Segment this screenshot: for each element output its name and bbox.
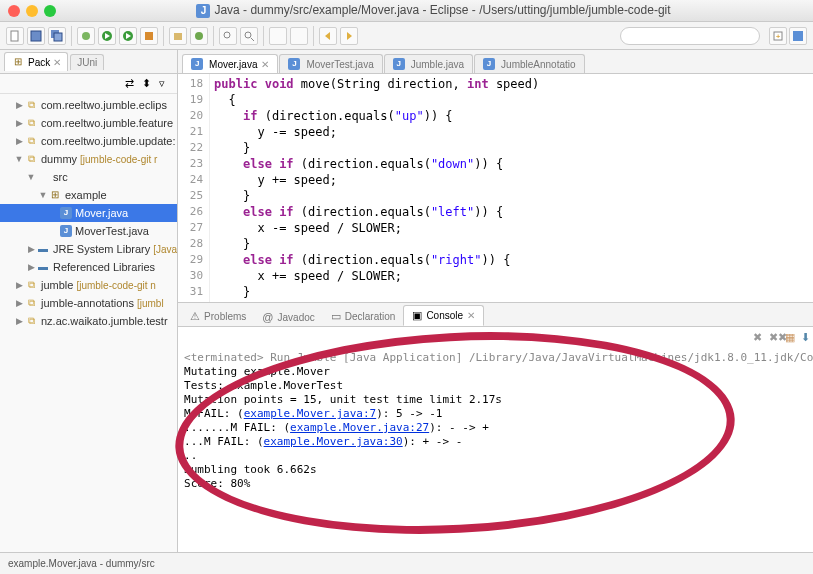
console-link[interactable]: example.Mover.java:27: [290, 421, 429, 434]
svg-point-4: [82, 32, 90, 40]
tab-label: JumbleAnnotatio: [501, 59, 576, 70]
editor-tab[interactable]: JJumbleAnnotatio: [474, 54, 585, 73]
link-editor-icon[interactable]: ⬍: [142, 77, 156, 91]
tree-item[interactable]: ▶⧉com.reeltwo.jumble.eclips: [0, 96, 177, 114]
disclosure-icon[interactable]: ▶: [14, 280, 24, 290]
close-icon[interactable]: ✕: [53, 57, 61, 68]
tab-label: MoverTest.java: [306, 59, 373, 70]
disclosure-icon[interactable]: ▶: [26, 244, 36, 254]
run-btn[interactable]: [98, 27, 116, 45]
forward-btn[interactable]: [340, 27, 358, 45]
code-body[interactable]: public void move(String direction, int s…: [210, 74, 813, 302]
new-btn[interactable]: [6, 27, 24, 45]
toggle-btn[interactable]: [290, 27, 308, 45]
tree-item[interactable]: ▼⊞example: [0, 186, 177, 204]
tree-label: MoverTest.java: [75, 225, 149, 237]
disclosure-icon[interactable]: ▶: [14, 118, 24, 128]
disclosure-icon[interactable]: ▶: [14, 136, 24, 146]
tree-item[interactable]: ▶⧉jumble-annotations[jumbl: [0, 294, 177, 312]
remove-launch-icon[interactable]: ✖✖: [769, 331, 783, 345]
save-btn[interactable]: [27, 27, 45, 45]
tree-label: com.reeltwo.jumble.feature: [41, 117, 173, 129]
tree-item[interactable]: ▶⧉com.reeltwo.jumble.feature: [0, 114, 177, 132]
tree-item[interactable]: ▶▬Referenced Libraries: [0, 258, 177, 276]
minimize-window-btn[interactable]: [26, 5, 38, 17]
remove-all-icon[interactable]: ▦: [785, 331, 799, 345]
new-class-btn[interactable]: [190, 27, 208, 45]
status-text: example.Mover.java - dummy/src: [8, 558, 155, 569]
tree-item[interactable]: ▼src: [0, 168, 177, 186]
terminate-icon[interactable]: ✖: [753, 331, 767, 345]
svg-point-12: [224, 32, 230, 38]
package-explorer-tab[interactable]: ⊞Pack✕: [4, 52, 68, 71]
tree-item[interactable]: JMover.java: [0, 204, 177, 222]
close-icon[interactable]: ✕: [467, 310, 475, 321]
view-menu-icon[interactable]: ▿: [159, 77, 173, 91]
close-icon[interactable]: ✕: [261, 59, 269, 70]
view-tab-javadoc[interactable]: @Javadoc: [254, 308, 322, 326]
tree-item[interactable]: ▶⧉jumble[jumble-code-git n: [0, 276, 177, 294]
run-last-btn[interactable]: [119, 27, 137, 45]
console-link[interactable]: example.Mover.java:30: [264, 435, 403, 448]
quick-access-input[interactable]: [620, 27, 760, 45]
collapse-all-icon[interactable]: ⇄: [125, 77, 139, 91]
project-icon: ⧉: [24, 116, 38, 130]
view-tab-problems[interactable]: ⚠Problems: [182, 307, 254, 326]
close-window-btn[interactable]: [8, 5, 20, 17]
project-icon: ⧉: [24, 278, 38, 292]
package-explorer: ⊞Pack✕ JUni ⇄ ⬍ ▿ ▶⧉com.reeltwo.jumble.e…: [0, 50, 178, 552]
disclosure-icon[interactable]: ▼: [14, 154, 24, 164]
editor-tab[interactable]: JMover.java✕: [182, 54, 278, 73]
editor-tab[interactable]: JMoverTest.java: [279, 54, 382, 73]
bottom-view-tabs: ⚠Problems@Javadoc▭Declaration▣Console ✕ …: [178, 303, 813, 327]
project-icon: ⧉: [24, 314, 38, 328]
project-icon: ⧉: [24, 98, 38, 112]
tree-item[interactable]: ▼⧉dummy[jumble-code-git r: [0, 150, 177, 168]
svg-rect-19: [793, 31, 803, 41]
scroll-lock-icon[interactable]: ⬇: [801, 331, 813, 345]
java-file-icon: J: [483, 58, 495, 70]
zoom-window-btn[interactable]: [44, 5, 56, 17]
tree-item[interactable]: JMoverTest.java: [0, 222, 177, 240]
java-perspective-btn[interactable]: [789, 27, 807, 45]
disclosure-icon[interactable]: ▶: [14, 298, 24, 308]
svg-rect-3: [54, 33, 62, 41]
search-btn[interactable]: [240, 27, 258, 45]
outline-btn[interactable]: [269, 27, 287, 45]
debug-btn[interactable]: [77, 27, 95, 45]
tree-label: dummy: [41, 153, 77, 165]
save-all-btn[interactable]: [48, 27, 66, 45]
svg-marker-15: [325, 32, 330, 40]
tree-label: com.reeltwo.jumble.update:: [41, 135, 176, 147]
library-icon: ▬: [36, 242, 50, 256]
project-tree[interactable]: ▶⧉com.reeltwo.jumble.eclips▶⧉com.reeltwo…: [0, 94, 177, 552]
declaration-icon: ▭: [331, 310, 341, 323]
problems-icon: ⚠: [190, 310, 200, 323]
tree-label: src: [53, 171, 68, 183]
junit-tab[interactable]: JUni: [70, 54, 104, 70]
console-link[interactable]: example.Mover.java:7: [244, 407, 376, 420]
line-gutter: 1819202122232425262728293031: [178, 74, 210, 302]
tree-item[interactable]: ▶⧉com.reeltwo.jumble.update:: [0, 132, 177, 150]
open-perspective-btn[interactable]: +: [769, 27, 787, 45]
svg-rect-0: [11, 31, 18, 41]
disclosure-icon[interactable]: ▶: [26, 262, 36, 272]
console-output[interactable]: <terminated> Run Jumble [Java Applicatio…: [178, 349, 813, 552]
disclosure-icon[interactable]: ▶: [14, 100, 24, 110]
java-file-icon: J: [393, 58, 405, 70]
view-tab-console[interactable]: ▣Console ✕: [403, 305, 484, 326]
svg-rect-9: [145, 32, 153, 40]
editor-tab[interactable]: JJumble.java: [384, 54, 473, 73]
tab-label: Jumble.java: [411, 59, 464, 70]
open-type-btn[interactable]: [219, 27, 237, 45]
view-tab-declaration[interactable]: ▭Declaration: [323, 307, 404, 326]
tree-item[interactable]: ▶▬JRE System Library[Java: [0, 240, 177, 258]
back-btn[interactable]: [319, 27, 337, 45]
disclosure-icon[interactable]: ▶: [14, 316, 24, 326]
new-package-btn[interactable]: [169, 27, 187, 45]
disclosure-icon[interactable]: ▼: [26, 172, 36, 182]
ext-tools-btn[interactable]: [140, 27, 158, 45]
disclosure-icon[interactable]: ▼: [38, 190, 48, 200]
tree-item[interactable]: ▶⧉nz.ac.waikato.jumble.testr: [0, 312, 177, 330]
java-file-icon: J: [288, 58, 300, 70]
